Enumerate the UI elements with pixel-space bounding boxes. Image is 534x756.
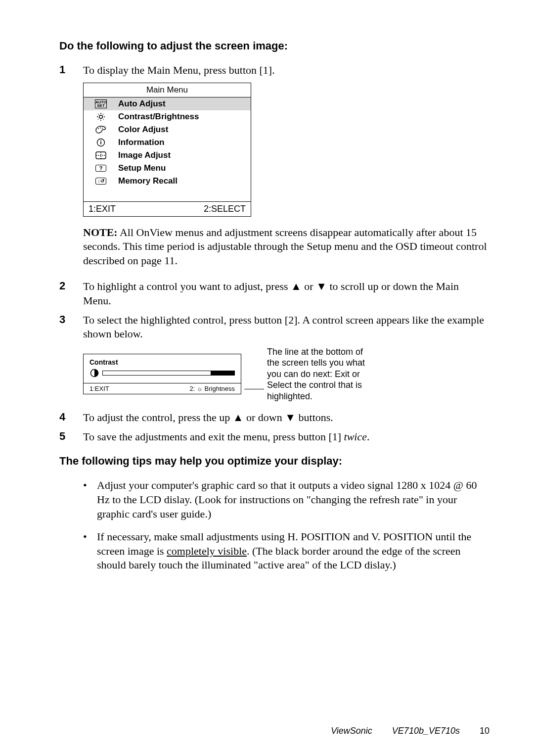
- t: Brightness: [203, 385, 235, 392]
- svg-point-0: [99, 115, 103, 118]
- t: 2:: [190, 385, 197, 392]
- svg-point-1: [98, 128, 99, 129]
- contrast-footer-left: 1:EXIT: [89, 385, 109, 392]
- step-text: To display the Main Menu, press button […: [83, 63, 490, 78]
- step-5: 5 To save the adjustments and exit the m…: [59, 430, 490, 444]
- step-4: 4 To adjust the control, press the up ▲ …: [59, 411, 490, 425]
- svg-rect-6: [100, 142, 101, 144]
- page-footer: ViewSonic VE710b_VE710s 10: [331, 726, 490, 736]
- autoset-icon: AUTO SET: [84, 99, 118, 108]
- osd-item-image-adjust: Image Adjust: [84, 149, 251, 162]
- tip-text: If necessary, make small adjustments usi…: [97, 530, 490, 572]
- contrast-slider: [89, 368, 235, 378]
- osd-list: AUTO SET Auto Adjust Contrast/Brightness…: [84, 97, 251, 201]
- t: To save the adjustments and exit the men…: [83, 430, 344, 443]
- step-text: To highlight a control you want to adjus…: [83, 280, 490, 308]
- footer-model: VE710b_VE710s: [392, 726, 460, 736]
- svg-point-5: [100, 140, 101, 141]
- bullet-marker: •: [83, 530, 97, 572]
- contrast-box: Contrast 1:EXIT 2: ☼ Brightness: [83, 354, 241, 394]
- brightness-icon: [84, 112, 118, 122]
- step-text: To adjust the control, press the up ▲ or…: [83, 411, 490, 425]
- step-1: 1 To display the Main Menu, press button…: [59, 63, 490, 78]
- setup-icon: ?: [84, 165, 118, 172]
- osd-footer: 1:EXIT 2:SELECT: [84, 201, 251, 216]
- image-adjust-icon: [84, 151, 118, 159]
- heading-tips: The following tips may help you optimize…: [59, 455, 490, 468]
- osd-footer-right: 2:SELECT: [204, 204, 246, 214]
- osd-item-label: Image Adjust: [118, 150, 171, 160]
- osd-item-label: Information: [118, 138, 165, 147]
- callout-text: The line at the bottom of the screen tel…: [267, 346, 376, 402]
- note: NOTE: All OnView menus and adjustment sc…: [83, 226, 490, 268]
- info-icon: [84, 138, 118, 147]
- osd-item-label: Auto Adjust: [118, 99, 166, 109]
- osd-item-label: Color Adjust: [118, 125, 168, 135]
- heading-adjust: Do the following to adjust the screen im…: [59, 40, 490, 52]
- down-arrow-icon: ▼: [285, 411, 296, 424]
- t: or down: [244, 411, 285, 424]
- step-number: 4: [59, 411, 83, 425]
- osd-item-auto-adjust: AUTO SET Auto Adjust: [84, 97, 251, 110]
- up-arrow-icon: ▲: [233, 411, 244, 424]
- tip-text: Adjust your computer's graphic card so t…: [97, 478, 490, 521]
- osd-item-label: Memory Recall: [118, 176, 178, 186]
- up-arrow-icon: ▲: [291, 280, 302, 292]
- contrast-figure: Contrast 1:EXIT 2: ☼ Brightness The line…: [83, 346, 490, 402]
- footer-page: 10: [480, 726, 490, 736]
- osd-item-color: Color Adjust: [84, 123, 251, 136]
- t: or: [302, 280, 316, 292]
- brightness-icon: ☼: [197, 385, 203, 392]
- step-2: 2 To highlight a control you want to adj…: [59, 280, 490, 308]
- osd-item-contrast: Contrast/Brightness: [84, 110, 251, 123]
- memory-recall-icon: ↓↺: [84, 178, 118, 185]
- osd-main-menu: Main Menu AUTO SET Auto Adjust Contrast/…: [83, 83, 251, 217]
- footer-brand: ViewSonic: [331, 726, 372, 736]
- osd-item-setup: ? Setup Menu: [84, 162, 251, 175]
- question-icon: ?: [95, 165, 106, 172]
- tip-2: • If necessary, make small adjustments u…: [83, 530, 490, 572]
- callout-leader: [244, 389, 264, 389]
- note-text: All OnView menus and adjustment screens …: [83, 226, 487, 267]
- t: .: [367, 430, 370, 443]
- t: twice: [344, 430, 367, 443]
- osd-footer-left: 1:EXIT: [89, 204, 116, 214]
- svg-point-3: [102, 128, 103, 129]
- osd-item-label: Setup Menu: [118, 163, 166, 173]
- tip-1: • Adjust your computer's graphic card so…: [83, 478, 490, 521]
- t: buttons.: [296, 411, 333, 424]
- t: To adjust the control, press the up: [83, 411, 233, 424]
- autoset-l2: SET: [95, 104, 106, 107]
- step-3: 3 To select the highlighted control, pre…: [59, 313, 490, 341]
- bullet-marker: •: [83, 478, 97, 521]
- step-number: 1: [59, 63, 83, 78]
- contrast-label: Contrast: [89, 358, 235, 366]
- osd-item-information: Information: [84, 136, 251, 149]
- contrast-footer: 1:EXIT 2: ☼ Brightness: [84, 383, 241, 394]
- t: completely visible: [167, 545, 247, 557]
- step-number: 2: [59, 280, 83, 308]
- osd-title: Main Menu: [84, 83, 251, 97]
- palette-icon: [84, 126, 118, 134]
- osd-item-label: Contrast/Brightness: [118, 112, 199, 122]
- note-label: NOTE:: [83, 226, 118, 238]
- step-text: To save the adjustments and exit the men…: [83, 430, 490, 444]
- recall-icon: ↓↺: [95, 178, 106, 185]
- contrast-icon: [89, 368, 99, 378]
- tips-list: • Adjust your computer's graphic card so…: [83, 478, 490, 572]
- step-text: To select the highlighted control, press…: [83, 313, 490, 341]
- osd-item-memory-recall: ↓↺ Memory Recall: [84, 175, 251, 188]
- contrast-footer-right: 2: ☼ Brightness: [190, 385, 235, 392]
- step-number: 5: [59, 430, 83, 444]
- svg-point-2: [100, 127, 101, 128]
- down-arrow-icon: ▼: [316, 280, 327, 292]
- t: To highlight a control you want to adjus…: [83, 280, 291, 292]
- step-number: 3: [59, 313, 83, 341]
